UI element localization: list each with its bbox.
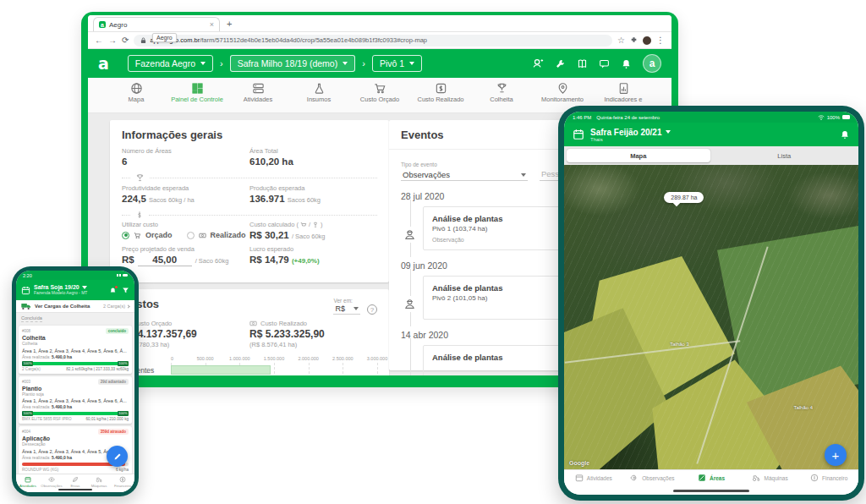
loads-label: Ver Cargas de Colheita xyxy=(35,304,90,309)
satellite-map[interactable]: 289.87 ha Talhão 3 Talhão 4 Google + xyxy=(564,165,858,469)
calc-cost-label: Custo calculado ( / ) xyxy=(249,221,377,228)
filter-icon[interactable] xyxy=(122,287,129,294)
tab-mapa[interactable]: Mapa xyxy=(109,82,163,112)
phone-tab-maquinas[interactable]: Máquinas xyxy=(87,476,111,488)
map-list-toggle: Mapa Lista xyxy=(564,146,858,165)
money-icon xyxy=(199,232,206,239)
activity-card-plantio[interactable]: #00329d adiantado Plantio Plantio soja Á… xyxy=(19,376,132,425)
notifications-bell-icon[interactable] xyxy=(840,129,850,140)
axis-tick: 2.500.000 xyxy=(332,356,353,361)
radio-orcado-label[interactable]: Orçado xyxy=(145,231,173,239)
axis-tick: 500.000 xyxy=(197,356,214,361)
phone-tab-observacoes[interactable]: Observações xyxy=(40,476,63,488)
chart-plot-area: 0 500.000 1.000.000 1.500.000 2.000.000 … xyxy=(171,356,377,375)
breadcrumb-field-select[interactable]: Pivô 1 xyxy=(372,55,422,72)
tablet-tab-maquinas[interactable]: Máquinas xyxy=(741,474,800,482)
cart-icon xyxy=(300,222,307,228)
tablet-crop-select[interactable]: Safra Feijão 20/21 xyxy=(590,128,671,137)
budgeted-bar[interactable] xyxy=(171,365,271,375)
tab-close-icon[interactable]: × xyxy=(210,21,214,29)
field-label: Talhão 4 xyxy=(793,405,813,410)
phone-tab-ervas[interactable]: Ervas xyxy=(63,476,87,488)
forward-icon[interactable]: → xyxy=(108,36,117,45)
guide-book-icon[interactable] xyxy=(577,58,588,69)
harvest-loads-row[interactable]: Ver Cargas de Colheita 2 Carga(s) xyxy=(16,300,134,313)
tab-colheita[interactable]: Colheita xyxy=(474,82,529,112)
aegro-logo[interactable]: a xyxy=(98,56,109,72)
tab-painel-de-controle[interactable]: Painel de Controle xyxy=(170,82,224,112)
tab-custo-orcado[interactable]: Custo Orçado xyxy=(353,82,407,112)
browser-menu-icon[interactable]: ⋮ xyxy=(656,36,665,45)
budgeted-cost-value: R$ 4.137.357,69 xyxy=(122,328,249,340)
bookmark-star-icon[interactable]: ☆ xyxy=(617,36,625,45)
breadcrumb-farm-select[interactable]: Fazenda Aegro xyxy=(128,55,213,72)
activity-title: Plantio xyxy=(22,386,129,392)
activity-subtitle: Colheita xyxy=(22,341,129,346)
calendar-icon[interactable] xyxy=(21,286,30,295)
caret-down-icon xyxy=(666,130,671,134)
price-input[interactable] xyxy=(138,255,192,266)
back-icon[interactable]: ← xyxy=(95,36,103,45)
pencil-icon xyxy=(113,452,122,461)
invite-user-icon[interactable] xyxy=(532,58,544,69)
event-type-select[interactable]: Tipo de evento Observações xyxy=(401,162,528,181)
url-bar[interactable]: app.aegro.com.br/farm/5711512de4b0e15eb0… xyxy=(134,35,612,47)
money-divider xyxy=(122,211,377,219)
notifications-bell-icon[interactable] xyxy=(621,58,632,69)
price-unit: / Saco 60kg xyxy=(195,257,229,265)
phone-tab-atividades[interactable]: Atividades xyxy=(16,476,40,488)
status-filter-row: Concluída xyxy=(16,313,134,324)
add-fab[interactable]: + xyxy=(825,444,847,466)
breadcrumb-crop-select[interactable]: Safra Milho 18/19 (demo) xyxy=(230,55,355,72)
caret-down-icon xyxy=(343,62,348,65)
new-tab-button[interactable]: + xyxy=(227,17,232,31)
tab-atividades[interactable]: Atividades xyxy=(231,82,285,112)
status-badge: 29d adiantado xyxy=(98,379,129,385)
tablet-tab-financeiro[interactable]: Financeiro xyxy=(799,474,858,482)
tab-tooltip: Aegro xyxy=(152,33,177,42)
reload-icon[interactable]: ⟳ xyxy=(122,36,129,45)
tools-wrench-icon[interactable] xyxy=(555,58,566,69)
radio-realizado[interactable] xyxy=(187,232,195,239)
progress-bar: 100%100% xyxy=(22,412,129,415)
extensions-icon[interactable] xyxy=(630,36,638,44)
realized-cost-value: R$ 5.233.325,90 xyxy=(249,328,377,340)
activity-footer-right: 82,1 sc60kg/ha | 217.333,33 sc60kg xyxy=(66,367,129,371)
filter-chip-concluida[interactable]: Concluída xyxy=(21,315,42,322)
calendar-icon[interactable] xyxy=(573,129,584,140)
browser-tab[interactable]: a Aegro × xyxy=(93,17,220,31)
chat-icon[interactable] xyxy=(599,58,610,69)
area-bubble[interactable]: 289.87 ha xyxy=(664,192,704,203)
radio-orcado[interactable] xyxy=(122,232,129,239)
aegro-favicon-icon: a xyxy=(99,21,106,28)
production-label: Produção esperada xyxy=(249,184,377,192)
browser-profile-avatar[interactable] xyxy=(643,36,651,45)
realized-area: Área realizada: 5.490,0 ha xyxy=(22,404,129,409)
axis-tick: 2.000.000 xyxy=(298,356,318,361)
activity-title: Aplicação xyxy=(22,436,129,441)
tablet-tab-atividades[interactable]: Atividades xyxy=(564,474,623,482)
axis-tick: 1.500.000 xyxy=(264,356,284,361)
notifications-bell-icon[interactable] xyxy=(109,287,117,294)
help-icon[interactable]: ? xyxy=(367,304,377,315)
costs-bar-chart: Sementes 0 500.000 1.000.000 1.500.000 2… xyxy=(122,356,377,375)
segment-lista[interactable]: Lista xyxy=(713,149,857,162)
cart-icon xyxy=(134,232,141,239)
phone-tab-financeiro[interactable]: Financeiro xyxy=(111,476,134,488)
status-badge: 359d atrasado xyxy=(98,429,129,435)
edit-fab[interactable] xyxy=(107,446,128,467)
tab-custo-realizado[interactable]: Custo Realizado xyxy=(414,82,468,112)
activity-card-colheita[interactable]: #008concluído Colheita Colheita Área 1, … xyxy=(19,326,132,374)
realized-cost-label: Custo Realizado xyxy=(249,320,377,327)
radio-realizado-label[interactable]: Realizado xyxy=(211,231,246,239)
segment-mapa[interactable]: Mapa xyxy=(567,149,710,162)
budgeted-cost-per-ha: (R$ 6.780,33 ha) xyxy=(122,341,249,348)
currency-select[interactable]: R$ xyxy=(333,304,360,315)
activity-areas: Área 1, Área 2, Área 3, Área 4, Área 5, … xyxy=(22,348,129,353)
tab-insumos[interactable]: Insumos xyxy=(292,82,346,112)
battery-percent: 100% xyxy=(827,115,840,120)
tablet-tab-areas[interactable]: Áreas xyxy=(682,474,741,482)
tablet-tab-observacoes[interactable]: Observações xyxy=(623,474,682,482)
profile-avatar[interactable]: a xyxy=(643,54,661,73)
activity-id: #003 xyxy=(22,380,30,384)
